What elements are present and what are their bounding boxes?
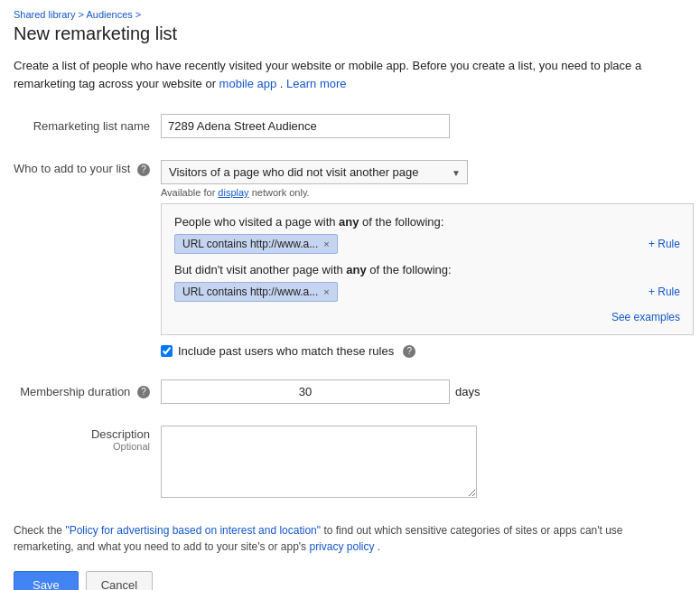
url-tag-1[interactable]: URL contains http://www.a... × — [174, 234, 338, 254]
plus-rule-1-button[interactable]: + Rule — [649, 238, 680, 250]
rule-box: People who visited a page with any of th… — [161, 203, 694, 335]
breadcrumb-shared-library[interactable]: Shared library — [14, 9, 75, 20]
include-past-users-row: Include past users who match these rules… — [161, 344, 694, 358]
tags-area-2: URL contains http://www.a... × — [174, 282, 649, 302]
save-button[interactable]: Save — [14, 571, 79, 590]
page-title: New remarketing list — [14, 23, 686, 44]
duration-row: days — [161, 379, 694, 404]
description-label-cell: Description Optional — [14, 420, 161, 506]
button-row: Save Cancel — [14, 571, 686, 590]
privacy-policy-link[interactable]: privacy policy — [309, 540, 374, 553]
plus-rule-2-button[interactable]: + Rule — [649, 286, 680, 298]
duration-input[interactable] — [161, 379, 450, 404]
mobile-app-link[interactable]: mobile app — [219, 77, 277, 90]
description-textarea[interactable] — [161, 426, 477, 498]
policy-link[interactable]: "Policy for advertising based on interes… — [65, 524, 321, 537]
learn-more-link[interactable]: Learn more — [286, 77, 346, 90]
rule-section-1: People who visited a page with any of th… — [174, 215, 680, 254]
list-name-label: Remarketing list name — [14, 108, 161, 144]
rule-section-2-label: But didn't visit another page with any o… — [174, 263, 680, 276]
rule-row-2: URL contains http://www.a... × + Rule — [174, 282, 680, 302]
description-optional: Optional — [14, 441, 150, 452]
rule-section-1-label: People who visited a page with any of th… — [174, 215, 680, 229]
membership-duration-help-icon[interactable]: ? — [137, 386, 150, 398]
include-past-label: Include past users who match these rules — [178, 344, 394, 358]
list-name-input[interactable] — [161, 114, 450, 138]
who-to-add-select[interactable]: Visitors of a page who did not visit ano… — [161, 160, 468, 184]
rule-row-1: URL contains http://www.a... × + Rule — [174, 234, 680, 254]
membership-duration-label: Membership duration ? — [14, 374, 161, 409]
available-note: Available for display network only. — [161, 187, 694, 198]
policy-text: Check the "Policy for advertising based … — [14, 522, 664, 555]
remove-tag-2-icon[interactable]: × — [323, 286, 329, 297]
include-past-help-icon[interactable]: ? — [403, 345, 415, 358]
breadcrumb-audiences[interactable]: Audiences — [86, 9, 132, 20]
cancel-button[interactable]: Cancel — [86, 571, 153, 590]
see-examples: See examples — [174, 311, 680, 323]
intro-text: Create a list of people who have recentl… — [14, 57, 664, 92]
who-to-add-select-wrapper: Visitors of a page who did not visit ano… — [161, 160, 468, 184]
intro-text-2: . — [280, 77, 286, 90]
who-to-add-help-icon[interactable]: ? — [137, 164, 150, 176]
see-examples-link[interactable]: See examples — [611, 311, 680, 323]
breadcrumb-sep2: > — [135, 9, 141, 20]
breadcrumb: Shared library > Audiences > — [14, 9, 686, 20]
rule-section-2: But didn't visit another page with any o… — [174, 263, 680, 302]
display-network-link[interactable]: display — [218, 187, 248, 198]
include-past-checkbox[interactable] — [161, 345, 173, 357]
remove-tag-1-icon[interactable]: × — [323, 239, 329, 249]
tags-area-1: URL contains http://www.a... × — [174, 234, 649, 254]
description-label: Description — [91, 427, 150, 441]
url-tag-2[interactable]: URL contains http://www.a... × — [174, 282, 338, 302]
duration-unit: days — [455, 385, 480, 398]
who-to-add-label: Who to add to your list ? — [14, 155, 161, 363]
